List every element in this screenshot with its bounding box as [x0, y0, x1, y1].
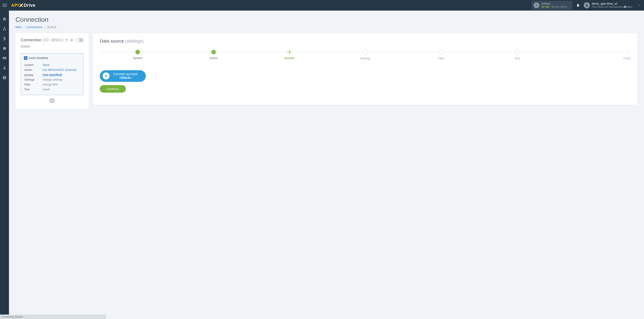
step-system[interactable]: System — [100, 50, 176, 60]
enable-toggle[interactable] — [76, 38, 84, 42]
topbar: API Drive i Actions: 25'149 / 50'000 (50… — [0, 0, 644, 10]
data-source-box: 1 DATA SOURCE SystemSlack ActionGet MESS… — [21, 53, 84, 95]
data-source-heading: DATA SOURCE — [29, 56, 48, 60]
page-title: Connection — [16, 16, 638, 24]
stepper: System Action Access Settings — [100, 50, 631, 60]
actions-label: Actions: — [542, 2, 567, 5]
actions-used: 25'149 — [542, 5, 549, 8]
continue-button[interactable]: Continue — [100, 85, 126, 93]
step-access[interactable]: Access — [252, 50, 328, 60]
row-system: SystemSlack — [24, 63, 80, 67]
step-settings: Settings — [328, 50, 403, 60]
connection-subtitle: SLACK — [21, 45, 84, 50]
info-icon: i — [534, 2, 539, 8]
row-access: Access(not specified) — [24, 72, 80, 77]
step-filter: Filter — [403, 50, 479, 60]
settings-title: Data source — [100, 38, 124, 44]
crumb-connections[interactable]: Connections — [26, 26, 42, 29]
plus-icon: + — [102, 72, 110, 80]
gear-icon[interactable] — [70, 38, 73, 42]
svg-rect-1 — [3, 30, 4, 30]
plan-line: Plan |Start| left until payment 29 days — [592, 6, 632, 8]
crumb-main[interactable]: Main — [16, 26, 22, 29]
sidebar — [0, 10, 9, 319]
panel-title: Connection — [21, 38, 41, 42]
help-icon[interactable] — [2, 75, 7, 80]
youtube-icon[interactable] — [2, 56, 7, 60]
crumb-current: SLACK — [47, 26, 56, 29]
step-finish: Finish — [555, 50, 631, 60]
sitemap-icon[interactable] — [2, 26, 7, 31]
actions-percent: (50%) — [560, 5, 567, 8]
data-source-badge: 1 — [24, 56, 28, 60]
user-icon[interactable] — [2, 66, 7, 70]
copy-icon[interactable] — [65, 38, 68, 42]
settings-panel: Data source (settings) System Action — [93, 33, 638, 105]
username: demo_apix-drive_s2 — [592, 2, 632, 6]
home-icon[interactable] — [2, 17, 7, 21]
bell-icon[interactable] — [576, 3, 580, 7]
settings-subtitle: (settings) — [125, 38, 144, 44]
svg-rect-2 — [5, 30, 6, 30]
logo-drive: Drive — [24, 3, 36, 8]
connection-id: (ID: 38941) — [43, 38, 63, 42]
logo[interactable]: API Drive — [11, 3, 36, 8]
step-test: Test — [479, 50, 555, 60]
row-settings: Settingschange settings — [24, 77, 80, 82]
row-test: Testcheck — [24, 87, 80, 92]
avatar-icon — [584, 2, 590, 8]
connection-panel: Connection (ID: 38941) SLACK 1 DATA SOUR… — [16, 33, 89, 109]
user-block[interactable]: demo_apix-drive_s2 Plan |Start| left unt… — [584, 2, 632, 8]
menu-icon[interactable] — [2, 2, 8, 8]
chevron-down-icon[interactable] — [638, 4, 642, 7]
breadcrumb: Main / Connections / SLACK — [16, 26, 638, 29]
processing-status: Processing request... — [0, 314, 106, 319]
actions-total: / 50'000 — [550, 5, 559, 8]
row-filter: Filterchange filter — [24, 82, 80, 87]
step-action[interactable]: Action — [176, 50, 252, 60]
briefcase-icon[interactable] — [2, 46, 7, 50]
add-destination-button[interactable]: + — [50, 98, 55, 103]
svg-rect-0 — [4, 27, 5, 28]
row-action: ActionGet MESSAGES (channel) — [24, 68, 80, 72]
logo-x-icon — [19, 3, 23, 8]
dollar-icon[interactable] — [2, 36, 7, 41]
connect-account-button[interactable]: + Connect account «Slack» — [100, 70, 146, 82]
actions-counter[interactable]: i Actions: 25'149 / 50'000 (50%) — [532, 1, 572, 10]
logo-api: API — [11, 3, 19, 8]
